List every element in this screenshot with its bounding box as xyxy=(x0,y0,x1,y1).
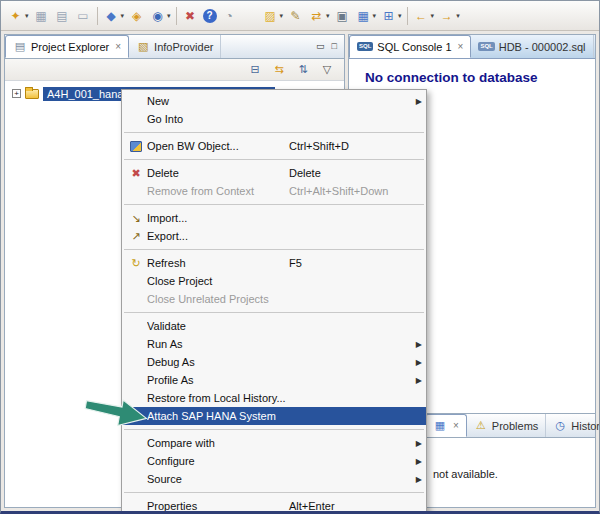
view-menu-button[interactable]: ▽ xyxy=(319,62,335,78)
open-perspective-button[interactable]: ⊞▾ xyxy=(378,5,404,27)
dropdown-caret-icon: ▾ xyxy=(25,12,29,20)
view-tab-infoprovider[interactable]: ▧InfoProvider xyxy=(129,35,221,58)
expander-icon[interactable]: + xyxy=(12,89,21,98)
forward-button[interactable]: →▾ xyxy=(436,5,462,27)
bottom-tabs: ▦×⚠Problems◷History xyxy=(425,414,600,437)
bottom-tab-problems[interactable]: ⚠Problems xyxy=(467,414,546,437)
submenu-arrow-icon: ▶ xyxy=(410,97,422,106)
search-button[interactable]: ◉▾ xyxy=(147,5,173,27)
menu-item-label: Delete xyxy=(147,167,289,179)
menu-item-export[interactable]: ↗Export... xyxy=(122,227,426,245)
save-icon: ▦ xyxy=(33,7,50,24)
menu-item-go-into[interactable]: Go Into xyxy=(122,110,426,128)
view-window-buttons: ▭ □ xyxy=(309,35,344,58)
print-button[interactable]: ▭ xyxy=(73,5,94,27)
infoprovider-icon: ▧ xyxy=(136,40,150,53)
menu-item-shortcut: F5 xyxy=(289,257,410,269)
menu-item-compare-with[interactable]: Compare with▶ xyxy=(122,434,426,452)
menu-item-shortcut: Ctrl+Shift+D xyxy=(289,140,410,152)
export-icon: ↗ xyxy=(129,230,143,243)
history-icon: ◷ xyxy=(553,419,567,432)
menu-item-remove-from-context[interactable]: Remove from ContextCtrl+Alt+Shift+Down xyxy=(122,182,426,200)
menu-item-label: Close Unrelated Projects xyxy=(147,293,289,305)
menu-item-delete[interactable]: ✖DeleteDelete xyxy=(122,164,426,182)
menu-item-label: Source xyxy=(147,473,289,485)
menu-item-profile-as[interactable]: Profile As▶ xyxy=(122,371,426,389)
editor-tab-hdb-000002-sql[interactable]: SQLHDB - 000002.sql xyxy=(471,35,593,58)
submenu-arrow-icon: ▶ xyxy=(410,439,422,448)
close-icon[interactable]: × xyxy=(458,42,464,52)
menu-item-import[interactable]: ↘Import... xyxy=(122,209,426,227)
dropdown-caret-icon: ▾ xyxy=(167,12,171,20)
left-tabbar: ▤Project Explorer×▧InfoProvider ▭ □ xyxy=(5,35,344,59)
menu-item-open-bw-object[interactable]: Open BW Object...Ctrl+Shift+D xyxy=(122,137,426,155)
new-button[interactable]: ✦▾ xyxy=(5,5,31,27)
open-resource-button[interactable]: ▨▾ xyxy=(260,5,286,27)
menu-item-source[interactable]: Source▶ xyxy=(122,470,426,488)
menu-item-label: Configure xyxy=(147,455,289,467)
toggle-link-button[interactable]: ⇄▾ xyxy=(306,5,332,27)
menu-icon-cell: ↘ xyxy=(125,212,147,225)
open-resource-icon: ▨ xyxy=(262,7,279,24)
edit-button[interactable]: ✎ xyxy=(285,5,306,27)
save-all-button[interactable]: ▤ xyxy=(52,5,73,27)
back-button[interactable]: ←▾ xyxy=(411,5,437,27)
new-infoprovider-button[interactable]: ◈ xyxy=(126,5,147,27)
view-toolbar: ⊟⇆⇅▽ xyxy=(5,59,344,81)
link-with-editor-button[interactable]: ⇆ xyxy=(271,62,287,78)
open-perspective-icon: ⊞ xyxy=(380,7,397,24)
new-infoprovider-icon: ◈ xyxy=(128,7,145,24)
view-tab-project-explorer[interactable]: ▤Project Explorer× xyxy=(5,35,129,58)
maximize-button[interactable]: □ xyxy=(332,42,337,51)
dropdown-caret-icon: ▾ xyxy=(326,12,330,20)
collapse-all-button[interactable]: ⊟ xyxy=(247,62,263,78)
menu-item-label: Profile As xyxy=(147,374,289,386)
menu-item-label: Compare with xyxy=(147,437,289,449)
menu-item-label: Restore from Local History... xyxy=(147,392,289,404)
menu-item-shortcut: Delete xyxy=(289,167,410,179)
search-icon: ◉ xyxy=(149,7,166,24)
editor-tab-sql-console-1[interactable]: SQLSQL Console 1× xyxy=(349,35,471,58)
delete-icon: ✖ xyxy=(129,167,143,180)
new-window-icon: ▣ xyxy=(334,7,351,24)
menu-separator xyxy=(124,429,424,430)
menu-separator xyxy=(124,249,424,250)
menu-item-label: Close Project xyxy=(147,275,289,287)
menu-item-configure[interactable]: Configure▶ xyxy=(122,452,426,470)
help-button[interactable]: ? xyxy=(201,5,219,27)
data-preview-button[interactable]: ▦▾ xyxy=(353,5,379,27)
toolbar-separator xyxy=(407,7,408,25)
minimize-button[interactable]: ▭ xyxy=(316,42,325,51)
menu-item-run-as[interactable]: Run As▶ xyxy=(122,335,426,353)
menu-item-close-project[interactable]: Close Project xyxy=(122,272,426,290)
toolbar-separator xyxy=(97,7,98,25)
menu-item-new[interactable]: New▶ xyxy=(122,92,426,110)
sort-button[interactable]: ⇅ xyxy=(295,62,311,78)
bottom-tab-history[interactable]: ◷History xyxy=(546,414,600,437)
sql-file-icon: SQL xyxy=(478,42,494,51)
tab-label: Project Explorer xyxy=(31,41,109,53)
save-button[interactable]: ▦ xyxy=(31,5,52,27)
menu-item-refresh[interactable]: ↻RefreshF5 xyxy=(122,254,426,272)
menu-item-validate[interactable]: Validate xyxy=(122,317,426,335)
tab-label: InfoProvider xyxy=(154,41,213,53)
open-bw-object-button[interactable]: ◆▾ xyxy=(101,5,127,27)
close-icon[interactable]: × xyxy=(115,42,121,52)
dropdown-caret-icon: ▾ xyxy=(431,12,435,20)
close-icon[interactable]: × xyxy=(453,421,459,431)
menu-item-properties[interactable]: PropertiesAlt+Enter xyxy=(122,497,426,514)
result-tab[interactable]: ▦× xyxy=(425,414,467,437)
dropdown-caret-icon: ▾ xyxy=(456,12,460,20)
menu-item-debug-as[interactable]: Debug As▶ xyxy=(122,353,426,371)
help-icon: ? xyxy=(203,9,217,23)
progress-button[interactable]: ◔ xyxy=(219,5,240,27)
import-icon: ↘ xyxy=(129,212,143,225)
tab-label: Problems xyxy=(492,420,538,432)
menu-item-restore-from-local-history[interactable]: Restore from Local History... xyxy=(122,389,426,407)
menu-item-close-unrelated-projects[interactable]: Close Unrelated Projects xyxy=(122,290,426,308)
delete-button[interactable]: ✖ xyxy=(180,5,201,27)
new-window-button[interactable]: ▣ xyxy=(332,5,353,27)
menu-item-attach-sap-hana-system[interactable]: Attach SAP HANA System xyxy=(122,407,426,425)
menu-separator xyxy=(124,132,424,133)
submenu-arrow-icon: ▶ xyxy=(410,457,422,466)
